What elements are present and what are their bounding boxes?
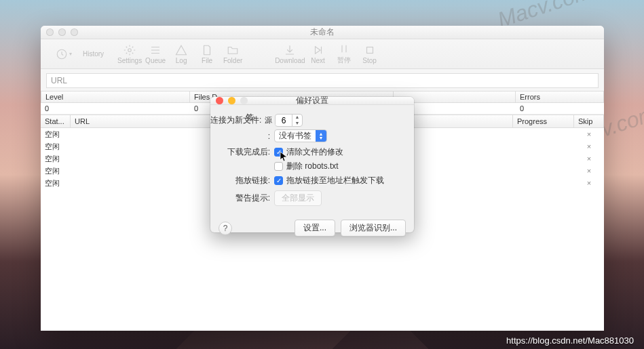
svg-point-1: [128, 48, 132, 52]
next-label: Next: [311, 57, 325, 64]
queue-button[interactable]: Queue: [143, 41, 168, 67]
cell-status: 空闲: [41, 166, 71, 176]
source-label: 源: [265, 115, 272, 125]
preferences-dialog: 偏好设置 签 连接为新文件: 源 ▲ ▼ : 没有书签 ▲▼ 下载完成后:: [210, 97, 414, 232]
download-label: Download: [275, 57, 305, 64]
cursor-icon: [280, 151, 288, 162]
next-button[interactable]: Next: [305, 41, 331, 67]
pause-icon: [338, 43, 350, 55]
clock-icon: [56, 48, 68, 60]
delete-robots-checkbox[interactable]: [274, 162, 283, 171]
stop-label: Stop: [362, 57, 377, 64]
help-button[interactable]: ?: [219, 222, 232, 235]
list-icon: [149, 44, 162, 56]
pause-label: 暂停: [337, 56, 351, 65]
col-progress[interactable]: Progress: [513, 115, 574, 127]
prefs-title: 偏好设置: [210, 95, 414, 106]
skip-icon[interactable]: ×: [574, 167, 604, 175]
url-input[interactable]: URL: [46, 73, 599, 88]
after-download-label: 下载完成后:: [210, 146, 270, 158]
drag-link-label: 拖放链接:: [210, 175, 270, 186]
cell-status: 空闲: [41, 142, 71, 152]
svg-rect-2: [366, 47, 373, 53]
main-titlebar: 未命名: [41, 26, 604, 39]
folder-label: Folder: [223, 57, 242, 64]
bookmark-stepper[interactable]: ▲ ▼: [275, 114, 303, 127]
skip-icon[interactable]: ×: [574, 179, 604, 187]
col-errors[interactable]: Errors: [516, 91, 604, 103]
col-status[interactable]: Stat...: [41, 115, 71, 127]
file-icon: [201, 44, 213, 56]
download-icon: [284, 44, 296, 56]
skip-icon[interactable]: ×: [574, 155, 604, 163]
queue-label: Queue: [145, 57, 166, 64]
folder-icon: [227, 44, 239, 56]
history-button[interactable]: ▾: [48, 41, 80, 67]
new-bookmark-label: 连接为新文件:: [210, 115, 261, 126]
stepper-down-icon[interactable]: ▼: [292, 121, 302, 127]
clear-files-label: 清除文件的修改: [286, 146, 343, 158]
bookmark-select[interactable]: 没有书签 ▲▼: [274, 129, 327, 142]
drag-link-checkbox[interactable]: ✓: [274, 176, 283, 185]
history-label: History: [83, 50, 104, 58]
drag-link-text: 拖放链接至地址栏触发下载: [286, 175, 384, 186]
col-skip[interactable]: Skip: [574, 115, 604, 127]
bookmark-select-label: :: [210, 131, 270, 141]
cell-status: 空闲: [41, 129, 71, 140]
stepper-up-icon[interactable]: ▲: [292, 115, 302, 121]
file-button[interactable]: File: [194, 41, 220, 67]
bookmark-select-value: 没有书签: [279, 130, 311, 142]
stepper-input[interactable]: [276, 116, 292, 125]
show-all-button: 全部显示: [274, 190, 322, 206]
col-level[interactable]: Level: [41, 91, 190, 103]
browser-id-button[interactable]: 浏览器识别...: [341, 220, 406, 237]
stop-button[interactable]: Stop: [357, 41, 383, 67]
window-title: 未命名: [41, 26, 604, 38]
settings-label: Settings: [117, 57, 142, 64]
attribution-text: https://blog.csdn.net/Mac881030: [506, 335, 634, 346]
skip-icon[interactable]: ×: [574, 130, 604, 138]
toolbar: ▾ History Settings Queue Log File: [41, 39, 604, 69]
stop-icon: [364, 44, 376, 56]
val-errors: 0: [516, 103, 604, 115]
pause-button[interactable]: 暂停: [331, 41, 357, 67]
warn-label: 警告提示:: [210, 192, 270, 204]
settings-button[interactable]: Settings: [117, 41, 143, 67]
delete-robots-label: 删除 robots.txt: [286, 161, 339, 172]
download-button[interactable]: Download: [275, 41, 305, 67]
log-button[interactable]: Log: [168, 41, 194, 67]
log-label: Log: [176, 57, 187, 64]
url-label: URL: [51, 76, 67, 85]
warning-icon: [175, 44, 187, 56]
next-icon: [312, 44, 324, 56]
gear-icon: [124, 44, 136, 56]
prefs-titlebar: 偏好设置: [210, 97, 414, 105]
val-level: 0: [41, 103, 190, 115]
cell-status: 空闲: [41, 154, 71, 164]
cell-status: 空闲: [41, 178, 71, 188]
file-label: File: [202, 57, 212, 64]
skip-icon[interactable]: ×: [574, 142, 604, 150]
settings-button[interactable]: 设置...: [295, 220, 335, 237]
folder-button[interactable]: Folder: [220, 41, 246, 67]
chevron-updown-icon: ▲▼: [316, 130, 326, 142]
